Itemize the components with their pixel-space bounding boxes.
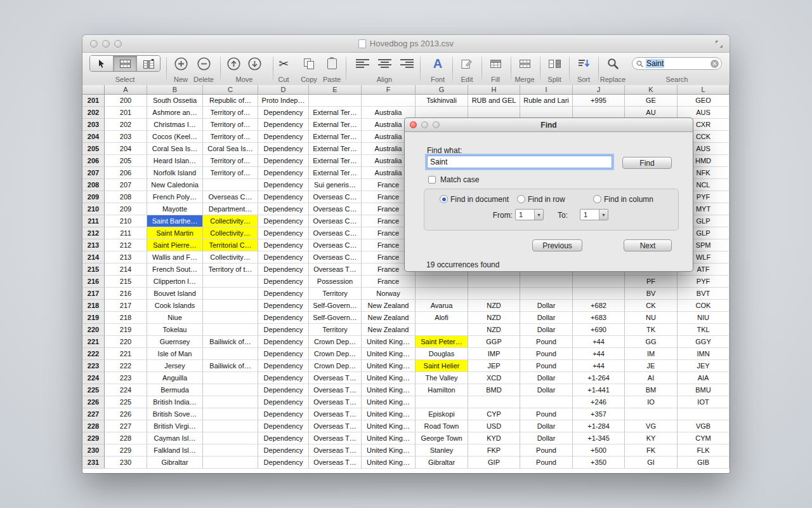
cell-K-217[interactable]: BV <box>625 288 678 300</box>
cell-C-211[interactable]: Collectivity… <box>203 215 258 227</box>
match-case-checkbox[interactable] <box>428 176 436 184</box>
cell-L-220[interactable]: TKL <box>678 324 730 336</box>
cell-E-221[interactable]: Crown Dep… <box>309 336 362 348</box>
cell-C-210[interactable]: Department… <box>203 203 258 215</box>
cell-B-206[interactable]: Heard Islan… <box>147 155 203 167</box>
cell-I-230[interactable]: Pound <box>520 444 573 457</box>
cell-D-221[interactable]: Dependency <box>258 336 309 348</box>
cell-D-219[interactable]: Dependency <box>258 312 309 324</box>
cell-I-229[interactable]: Dollar <box>520 432 573 444</box>
cell-G-230[interactable]: Stanley <box>416 444 468 457</box>
cell-D-215[interactable]: Dependency <box>258 264 309 276</box>
window-titlebar[interactable]: Hovedbog ps 2013.csv <box>82 35 730 53</box>
cell-D-228[interactable]: Dependency <box>258 420 309 432</box>
cell-B-202[interactable]: Ashmore an… <box>147 107 203 119</box>
cell-L-201[interactable]: GEO <box>678 95 730 107</box>
cell-H-222[interactable]: IMP <box>468 348 520 360</box>
cell-B-204[interactable]: Cocos (Keel… <box>147 131 203 143</box>
row-header-204[interactable]: 204 <box>82 131 105 143</box>
cell-I-226[interactable] <box>520 396 573 408</box>
cell-E-202[interactable]: External Ter… <box>309 107 362 119</box>
cell-A-223[interactable]: 222 <box>105 360 147 372</box>
cell-J-219[interactable]: +683 <box>573 312 625 324</box>
column-header-G[interactable]: G <box>416 85 468 94</box>
cell-E-203[interactable]: External Ter… <box>309 119 362 131</box>
column-header-F[interactable]: F <box>362 85 416 94</box>
cell-A-203[interactable]: 202 <box>105 119 147 131</box>
find-dialog-titlebar[interactable]: Find <box>405 118 693 132</box>
cell-F-224[interactable]: United King… <box>362 372 416 384</box>
row-header-224[interactable]: 224 <box>82 372 105 384</box>
column-header-H[interactable]: H <box>468 85 520 94</box>
cell-G-222[interactable]: Douglas <box>416 348 468 360</box>
select-cursor-button[interactable] <box>90 56 114 71</box>
cell-E-219[interactable]: Self-Govern… <box>309 312 362 324</box>
cell-F-227[interactable]: United King… <box>362 408 416 420</box>
align-left-button[interactable] <box>356 59 369 68</box>
cell-E-211[interactable]: Overseas C… <box>309 215 362 227</box>
cell-L-224[interactable]: AIA <box>678 372 730 384</box>
cell-H-227[interactable]: CYP <box>468 408 520 420</box>
column-header-L[interactable]: L <box>678 85 730 94</box>
cell-J-226[interactable]: +246 <box>573 396 625 408</box>
cell-E-228[interactable]: Overseas T… <box>309 420 362 432</box>
find-in-row-radio[interactable] <box>517 195 525 203</box>
cell-A-204[interactable]: 203 <box>105 131 147 143</box>
find-button[interactable]: Find <box>622 157 672 169</box>
cell-G-220[interactable] <box>416 324 468 336</box>
column-header-I[interactable]: I <box>520 85 573 94</box>
cell-J-220[interactable]: +690 <box>573 324 625 336</box>
find-in-document-radio[interactable] <box>440 195 448 203</box>
cell-D-213[interactable]: Dependency <box>258 239 309 251</box>
cell-F-216[interactable]: France <box>362 276 416 288</box>
row-header-226[interactable]: 226 <box>82 396 105 408</box>
cell-E-231[interactable]: Overseas T… <box>309 457 362 469</box>
cell-G-223[interactable]: Saint Helier <box>416 360 468 372</box>
cell-A-221[interactable]: 220 <box>105 336 147 348</box>
cell-D-209[interactable]: Dependency <box>258 191 309 203</box>
cell-K-224[interactable]: AI <box>625 372 678 384</box>
row-header-211[interactable]: 211 <box>82 215 105 227</box>
cell-C-215[interactable]: Territory of t… <box>203 264 258 276</box>
cell-E-215[interactable]: Overseas T… <box>309 264 362 276</box>
cell-J-230[interactable]: +500 <box>573 444 625 457</box>
cell-J-224[interactable]: +1-264 <box>573 372 625 384</box>
cell-G-224[interactable]: The Valley <box>416 372 468 384</box>
column-header-C[interactable]: C <box>203 85 258 94</box>
cell-G-218[interactable]: Avarua <box>416 300 468 312</box>
cell-D-230[interactable]: Dependency <box>258 444 309 457</box>
row-header-221[interactable]: 221 <box>82 336 105 348</box>
cell-D-204[interactable]: Dependency <box>258 131 309 143</box>
cell-A-213[interactable]: 212 <box>105 239 147 251</box>
cell-F-222[interactable]: United King… <box>362 348 416 360</box>
cell-C-227[interactable] <box>203 408 258 420</box>
cell-E-210[interactable]: Overseas C… <box>309 203 362 215</box>
cell-I-225[interactable]: Dollar <box>520 384 573 396</box>
cell-B-227[interactable]: British Sove… <box>147 408 203 420</box>
cell-A-228[interactable]: 227 <box>105 420 147 432</box>
cell-A-205[interactable]: 204 <box>105 143 147 155</box>
cell-K-223[interactable]: JE <box>625 360 678 372</box>
cell-A-229[interactable]: 228 <box>105 432 147 444</box>
cell-L-228[interactable]: VGB <box>678 420 730 432</box>
clear-search-icon[interactable]: ✕ <box>710 60 719 68</box>
row-header-218[interactable]: 218 <box>82 300 105 312</box>
cell-I-224[interactable]: Dollar <box>520 372 573 384</box>
cell-B-220[interactable]: Tokelau <box>147 324 203 336</box>
cell-H-221[interactable]: GGP <box>468 336 520 348</box>
cell-C-231[interactable] <box>203 457 258 469</box>
cell-E-217[interactable]: Territory <box>309 288 362 300</box>
row-header-212[interactable]: 212 <box>82 227 105 239</box>
cell-H-216[interactable] <box>468 276 520 288</box>
cell-K-229[interactable]: KY <box>625 432 678 444</box>
cell-K-218[interactable]: CK <box>625 300 678 312</box>
cell-J-222[interactable]: +44 <box>573 348 625 360</box>
cell-E-220[interactable]: Territory <box>309 324 362 336</box>
cell-B-214[interactable]: Wallis and F… <box>147 251 203 264</box>
row-header-214[interactable]: 214 <box>82 251 105 264</box>
merge-button[interactable] <box>520 60 530 68</box>
cell-B-210[interactable]: Mayotte <box>147 203 203 215</box>
cell-F-219[interactable]: New Zealand <box>362 312 416 324</box>
cell-C-213[interactable]: Territorial C… <box>203 239 258 251</box>
next-button[interactable]: Next <box>624 239 672 251</box>
